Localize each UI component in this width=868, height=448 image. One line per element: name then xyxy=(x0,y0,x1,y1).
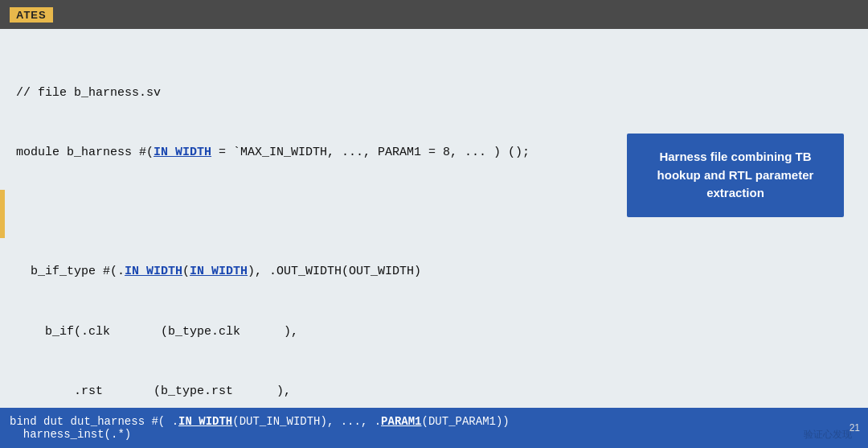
code-block: // file b_harness.sv module b_harness #(… xyxy=(16,43,852,408)
top-bar-badge: ATES xyxy=(10,7,53,23)
bottom-mid: (DUT_IN_WIDTH), ..., . xyxy=(232,415,381,428)
slide-container: ATES // file b_harness.sv module b_harne… xyxy=(0,0,868,448)
param-in-width-2: IN_WIDTH xyxy=(125,265,182,278)
code-bif-post: ), .OUT_WIDTH(OUT_WIDTH) xyxy=(248,265,421,278)
bottom-param2: PARAM1 xyxy=(381,415,421,428)
bottom-code-line2: harness_inst(.*) xyxy=(10,428,510,441)
param-in-width-3: IN_WIDTH xyxy=(190,265,248,278)
watermark: 验证心发现 xyxy=(804,428,852,442)
watermark-text: 验证心发现 xyxy=(804,429,852,440)
bottom-code-line1: bind dut dut_harness #( .IN_WIDTH(DUT_IN… xyxy=(10,415,510,428)
code-line-6: .rst (b_type.rst ), xyxy=(16,382,852,402)
bottom-post: (DUT_PARAM1)) xyxy=(422,415,510,428)
bottom-bar: bind dut dut_harness #( .IN_WIDTH(DUT_IN… xyxy=(0,408,868,448)
callout-box: Harness file combining TB hookup and RTL… xyxy=(627,134,844,217)
code-area: // file b_harness.sv module b_harness #(… xyxy=(0,29,868,408)
code-line-1: // file b_harness.sv xyxy=(16,84,852,104)
code-module-mid: = `MAX_IN_WIDTH, ..., PARAM1 = 8, ... ) … xyxy=(211,146,530,159)
callout-text: Harness file combining TB hookup and RTL… xyxy=(657,150,814,199)
code-bif-mid: ( xyxy=(182,265,190,278)
code-bif-pre: b_if_type #(. xyxy=(16,265,125,278)
code-module-pre: module b_harness #( xyxy=(16,146,154,159)
code-line-4: b_if_type #(.IN_WIDTH(IN_WIDTH), .OUT_WI… xyxy=(16,262,852,282)
code-line-5: b_if(.clk (b_type.clk ), xyxy=(16,323,852,343)
top-bar: ATES xyxy=(0,0,868,29)
code-text: // file b_harness.sv xyxy=(16,86,161,100)
bottom-pre: bind dut dut_harness #( . xyxy=(10,415,178,428)
left-accent xyxy=(0,190,5,238)
bottom-param1: IN_WIDTH xyxy=(178,415,232,428)
param-in-width: IN_WIDTH xyxy=(154,146,211,159)
